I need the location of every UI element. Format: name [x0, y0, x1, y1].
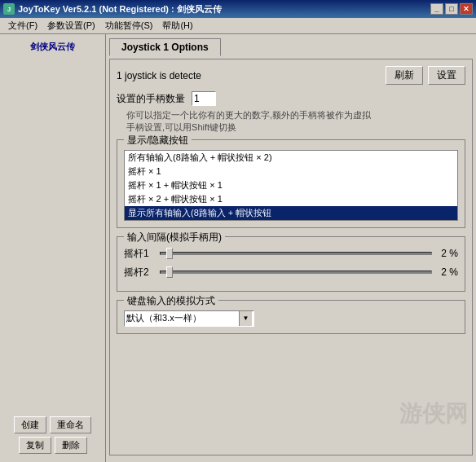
desc-line2: 手柄设置,可以用Shift键切换 [126, 121, 465, 134]
copy-button[interactable]: 复制 [19, 437, 51, 454]
keyboard-select[interactable]: 默认（和3.x一样） ▼ [124, 310, 254, 327]
titlebar: J JoyToKey Ver5.2.1 (Not Registered) : 剑… [0, 0, 476, 18]
toggle-buttons-title: 显示/隐藏按钮 [124, 134, 192, 147]
rename-button[interactable]: 重命名 [50, 416, 91, 433]
refresh-button[interactable]: 刷新 [386, 66, 423, 85]
menubar: 文件(F) 参数设置(P) 功能暂停(S) 帮助(H) [0, 18, 476, 34]
detect-row: 1 joystick is detecte 刷新 设置 [117, 66, 465, 85]
desc-text: 你可以指定一个比你有的更大的数字,额外的手柄将被作为虚拟 手柄设置,可以用Shi… [126, 109, 465, 134]
menu-params[interactable]: 参数设置(P) [42, 18, 100, 33]
slider2-track[interactable] [160, 271, 432, 274]
keyboard-title: 键盘输入的模拟方式 [124, 294, 218, 308]
dropdown-container: 所有轴输入(8路输入 + 帽状按钮 × 2) 摇杆 × 1 摇杆 × 1 + 帽… [124, 150, 458, 221]
dropdown-list[interactable]: 所有轴输入(8路输入 + 帽状按钮 × 2) 摇杆 × 1 摇杆 × 1 + 帽… [124, 150, 458, 221]
slider2-thumb[interactable] [166, 266, 173, 278]
slider1-thumb[interactable] [166, 248, 173, 259]
slider1-row: 摇杆1 2 % [124, 247, 458, 261]
sidebar-bottom-buttons: 创建 重命名 复制 删除 [0, 411, 105, 459]
main-layout: 剑侠风云传 创建 重命名 复制 删除 Joystick 1 Options 1 … [0, 34, 476, 462]
input-interval-title: 输入间隔(模拟手柄用) [124, 231, 225, 244]
keyboard-select-value: 默认（和3.x一样） [126, 312, 239, 324]
input-interval-group: 输入间隔(模拟手柄用) 摇杆1 2 % 摇杆2 2 % [117, 236, 465, 292]
menu-file[interactable]: 文件(F) [3, 18, 42, 33]
slider1-label: 摇杆1 [124, 247, 156, 261]
window-title: JoyToKey Ver5.2.1 (Not Registered) : 剑侠风… [18, 3, 222, 15]
create-button[interactable]: 创建 [14, 416, 46, 433]
slider2-row: 摇杆2 2 % [124, 266, 458, 279]
sidebar-game-title: 剑侠风云传 [0, 37, 105, 56]
slider2-label: 摇杆2 [124, 266, 156, 279]
titlebar-buttons: _ □ ✕ [430, 3, 473, 15]
dropdown-item-0[interactable]: 所有轴输入(8路输入 + 帽状按钮 × 2) [125, 151, 457, 165]
keyboard-select-row: 默认（和3.x一样） ▼ [124, 310, 458, 327]
desc-line1: 你可以指定一个比你有的更大的数字,额外的手柄将被作为虚拟 [126, 109, 465, 121]
dropdown-item-1[interactable]: 摇杆 × 1 [125, 165, 457, 178]
tab-joystick1[interactable]: Joystick 1 Options [109, 38, 221, 56]
main-panel: 1 joystick is detecte 刷新 设置 设置的手柄数量 你可以指… [109, 59, 473, 455]
titlebar-left: J JoyToKey Ver5.2.1 (Not Registered) : 剑… [3, 3, 222, 15]
detect-label: 1 joystick is detecte [117, 70, 381, 81]
settings-button[interactable]: 设置 [428, 66, 465, 85]
joystick-count-row: 设置的手柄数量 [117, 91, 465, 106]
app-icon: J [3, 3, 15, 15]
menu-help[interactable]: 帮助(H) [157, 18, 197, 33]
dropdown-item-4[interactable]: 显示所有轴输入(8路输入 + 帽状按钮 [125, 206, 457, 220]
dropdown-item-3[interactable]: 摇杆 × 2 + 帽状按钮 × 1 [125, 192, 457, 206]
joystick-count-label: 设置的手柄数量 [117, 92, 185, 106]
sidebar: 剑侠风云传 创建 重命名 复制 删除 [0, 34, 106, 462]
dropdown-item-2[interactable]: 摇杆 × 1 + 帽状按钮 × 1 [125, 178, 457, 192]
toggle-buttons-group: 显示/隐藏按钮 所有轴输入(8路输入 + 帽状按钮 × 2) 摇杆 × 1 摇杆… [117, 139, 465, 228]
slider2-value: 2 % [435, 266, 458, 278]
delete-button[interactable]: 删除 [55, 437, 87, 454]
chevron-down-icon[interactable]: ▼ [239, 311, 252, 326]
slider1-track[interactable] [160, 252, 432, 255]
menu-pause[interactable]: 功能暂停(S) [100, 18, 158, 33]
close-button[interactable]: ✕ [460, 3, 473, 15]
slider1-value: 2 % [435, 248, 458, 259]
joystick-count-input[interactable] [192, 91, 216, 106]
minimize-button[interactable]: _ [430, 3, 443, 15]
maximize-button[interactable]: □ [445, 3, 458, 15]
tab-bar: Joystick 1 Options [109, 37, 473, 55]
content-area: Joystick 1 Options 1 joystick is detecte… [106, 34, 476, 462]
keyboard-group: 键盘输入的模拟方式 默认（和3.x一样） ▼ [117, 300, 465, 334]
